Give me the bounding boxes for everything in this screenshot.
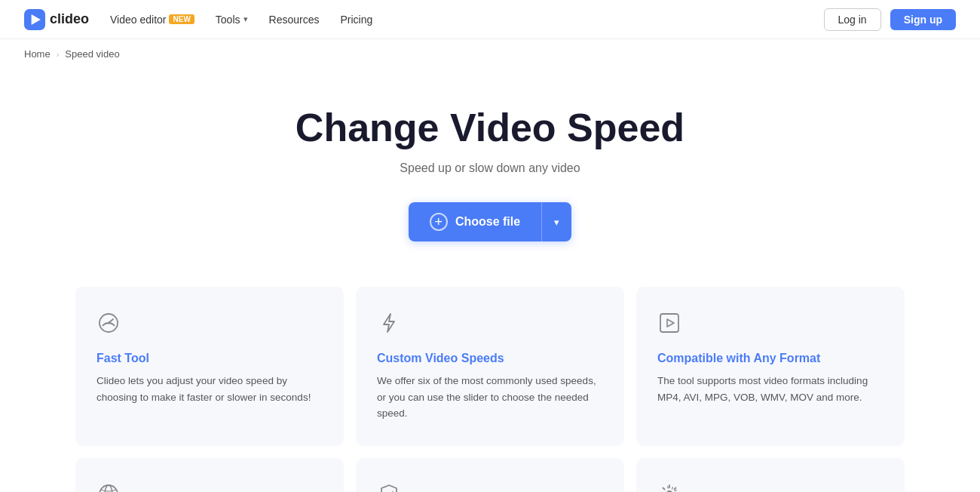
custom-speeds-body: We offer six of the most commonly used s…: [377, 373, 603, 422]
feature-card-fast-tool: Fast Tool Clideo lets you adjust your vi…: [75, 287, 344, 446]
fast-tool-title: Fast Tool: [96, 352, 323, 365]
logo-text: clideo: [50, 11, 89, 27]
choose-file-button[interactable]: + Choose file: [409, 202, 541, 241]
breadcrumb-home[interactable]: Home: [24, 48, 51, 60]
nav-left: clideo Video editor NEW Tools ▾ Resource…: [24, 9, 372, 30]
feature-card-additional-editing: Additional Editing Options: [636, 458, 905, 492]
features-section: Fast Tool Clideo lets you adjust your vi…: [0, 272, 980, 492]
compatible-body: The tool supports most video formats inc…: [657, 373, 884, 405]
signup-button[interactable]: Sign up: [890, 9, 956, 30]
nav-right: Log in Sign up: [824, 8, 956, 31]
feature-card-security: Security Encryption: [356, 458, 624, 492]
page-title: Change Video Speed: [24, 106, 956, 149]
features-grid-top: Fast Tool Clideo lets you adjust your vi…: [75, 287, 905, 446]
play-square-icon: [657, 311, 884, 338]
breadcrumb-current: Speed video: [65, 48, 119, 60]
feature-card-fully-online: Fully Online: [75, 458, 344, 492]
speedometer-icon: [96, 311, 323, 338]
tools-label: Tools: [216, 14, 240, 26]
hero-subtitle: Speed up or slow down any video: [24, 161, 956, 175]
logo-icon: [24, 9, 45, 30]
globe-icon: [96, 482, 323, 492]
navbar: clideo Video editor NEW Tools ▾ Resource…: [0, 0, 980, 39]
custom-speeds-title: Custom Video Speeds: [377, 352, 603, 365]
choose-file-group: + Choose file ▾: [409, 202, 571, 241]
breadcrumb-separator: ›: [57, 50, 60, 59]
plus-icon: +: [430, 213, 448, 231]
lightning-icon: [377, 311, 603, 338]
fast-tool-body: Clideo lets you adjust your video speed …: [96, 373, 323, 405]
breadcrumb: Home › Speed video: [0, 39, 980, 69]
video-editor-label: Video editor: [110, 14, 166, 26]
hero-section: Change Video Speed Speed up or slow down…: [0, 69, 980, 272]
svg-rect-5: [660, 314, 678, 332]
dropdown-arrow-icon: ▾: [554, 217, 559, 228]
features-grid-bottom: Fully Online Security Encryption Addi: [75, 458, 905, 492]
login-button[interactable]: Log in: [824, 8, 881, 31]
nav-resources[interactable]: Resources: [269, 14, 320, 26]
gear-icon: [657, 482, 884, 492]
nav-video-editor[interactable]: Video editor NEW: [110, 14, 194, 26]
new-badge: NEW: [169, 14, 194, 24]
choose-file-dropdown-button[interactable]: ▾: [542, 202, 571, 241]
compatible-title: Compatible with Any Format: [657, 352, 884, 365]
feature-card-custom-speeds: Custom Video Speeds We offer six of the …: [356, 287, 624, 446]
nav-pricing[interactable]: Pricing: [340, 14, 372, 26]
svg-point-4: [108, 322, 110, 324]
logo[interactable]: clideo: [24, 9, 89, 30]
feature-card-compatible: Compatible with Any Format The tool supp…: [636, 287, 905, 446]
shield-icon: [377, 482, 603, 492]
chevron-down-icon: ▾: [243, 14, 248, 24]
svg-marker-6: [667, 319, 674, 327]
nav-tools[interactable]: Tools ▾: [216, 14, 248, 26]
choose-file-label: Choose file: [455, 215, 520, 229]
